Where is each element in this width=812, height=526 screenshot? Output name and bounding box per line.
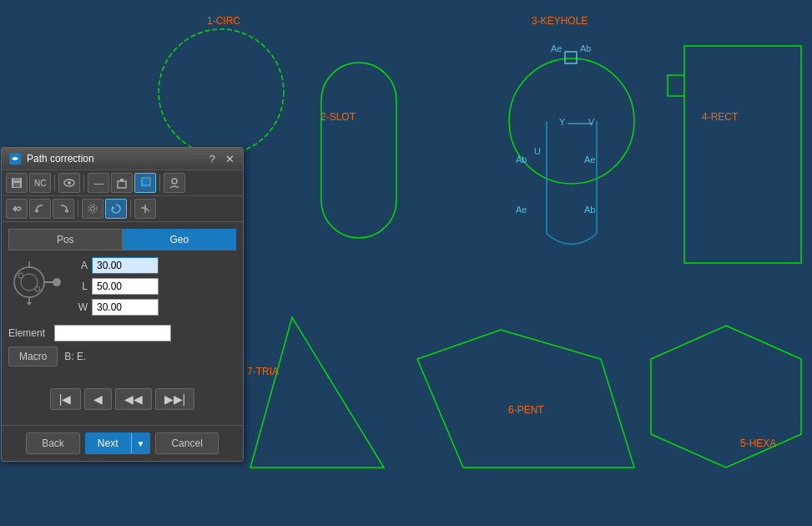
label-slot: 2-SLOT: [320, 111, 356, 123]
svg-rect-6: [118, 181, 126, 188]
dialog-close-button[interactable]: ✕: [224, 153, 236, 165]
svg-point-22: [35, 286, 40, 291]
keyhole-marker: [565, 52, 577, 63]
next-dropdown[interactable]: ▼: [131, 432, 151, 454]
shape-keyhole-inner: [547, 121, 597, 245]
field-row-w: W: [71, 299, 236, 316]
field-input-l[interactable]: [92, 278, 159, 295]
shape-rect: [684, 46, 801, 263]
keyhole-label-ae2: Ae: [516, 205, 527, 215]
dialog-content: Pos Geo A: [2, 222, 243, 425]
tab-pos[interactable]: Pos: [8, 229, 123, 250]
robot-icon: [8, 257, 67, 307]
tb-refresh[interactable]: [105, 199, 127, 219]
nav-prev[interactable]: ◀: [84, 388, 112, 410]
tb-undo-arrow[interactable]: [6, 199, 28, 219]
path-correction-dialog: Path correction ? ✕ NC —: [1, 147, 244, 462]
element-input[interactable]: [54, 325, 171, 341]
svg-point-21: [53, 278, 61, 286]
keyhole-label-ab3: Ab: [580, 43, 591, 53]
svg-point-11: [91, 207, 95, 211]
cancel-button[interactable]: Cancel: [155, 432, 218, 454]
label-hexa: 5-HEXA: [740, 437, 776, 449]
keyhole-label-ae1: Ae: [584, 154, 595, 164]
field-label-w: W: [71, 301, 88, 313]
tb-cube[interactable]: [134, 173, 156, 193]
field-label-a: A: [71, 260, 88, 271]
toolbar-row-2: [2, 196, 243, 222]
keyhole-label-u: U: [534, 146, 541, 156]
shape-circ: [159, 29, 284, 154]
label-rect: 4-RECT: [702, 111, 738, 123]
next-button-wrapper: Next ▼: [85, 432, 151, 454]
dialog-title: Path correction: [27, 153, 94, 164]
label-pent: 6-PENT: [508, 404, 544, 416]
keyhole-label-ab1: Ab: [516, 154, 527, 164]
be-label: B: E.: [64, 351, 86, 362]
svg-rect-2: [13, 183, 20, 187]
label-circ: 1-CIRC: [207, 15, 240, 27]
tb-box[interactable]: [111, 173, 133, 193]
tb-undo[interactable]: [29, 199, 51, 219]
tb-sep-5: [130, 200, 131, 217]
svg-rect-7: [120, 179, 124, 182]
label-keyhole: 3-KEYHOLE: [532, 15, 588, 27]
tb-sep-2: [83, 174, 84, 191]
tb-fork[interactable]: [134, 199, 156, 219]
tb-gear[interactable]: [82, 199, 103, 219]
shape-slot: [321, 63, 396, 238]
keyhole-label-ae3: Ae: [551, 43, 562, 53]
dialog-titlebar: Path correction ? ✕: [2, 148, 243, 170]
back-button[interactable]: Back: [26, 432, 80, 454]
rect-notch: [668, 75, 684, 96]
tb-sep-4: [78, 200, 78, 217]
svg-marker-13: [112, 206, 115, 210]
macro-row: Macro B: E.: [8, 346, 236, 367]
svg-point-17: [14, 267, 44, 297]
tb-sep-1: [54, 174, 55, 191]
svg-point-12: [88, 205, 97, 213]
shape-triangle: [250, 317, 384, 468]
nav-prev-multi[interactable]: ◀◀: [115, 388, 152, 410]
svg-point-23: [18, 273, 23, 278]
svg-point-5: [68, 181, 71, 185]
tab-geo[interactable]: Geo: [123, 229, 237, 250]
tb-user[interactable]: [164, 173, 185, 193]
spacer: [8, 372, 236, 388]
shape-pentagon: [417, 330, 634, 468]
dialog-help-button[interactable]: ?: [208, 153, 217, 165]
tb-nc[interactable]: NC: [29, 173, 51, 193]
nav-next-multi[interactable]: ▶▶|: [155, 388, 195, 410]
robot-section: A L W: [8, 257, 236, 320]
shape-keyhole-outer: [509, 58, 634, 184]
field-input-a[interactable]: [92, 257, 159, 274]
tb-sep-3: [159, 174, 160, 191]
element-row: Element: [8, 325, 236, 341]
fields-area: A L W: [71, 257, 236, 320]
tb-line[interactable]: —: [88, 173, 109, 193]
nav-first[interactable]: |◀: [50, 388, 81, 410]
svg-point-10: [172, 179, 177, 184]
element-label: Element: [8, 327, 54, 339]
shape-hexagon: [651, 326, 801, 468]
next-button[interactable]: Next: [85, 432, 131, 454]
tb-save[interactable]: [6, 173, 28, 193]
keyhole-label-v: Y: [559, 117, 566, 127]
tab-row: Pos Geo: [8, 229, 236, 250]
toolbar-row-1: NC —: [2, 170, 243, 196]
nav-row: |◀ ◀ ◀◀ ▶▶|: [8, 388, 236, 410]
svg-rect-3: [13, 178, 20, 181]
macro-button[interactable]: Macro: [8, 346, 58, 367]
bottom-row: Back Next ▼ Cancel: [2, 425, 243, 461]
keyhole-label-y: V: [588, 117, 595, 127]
svg-marker-25: [27, 302, 32, 306]
field-input-w[interactable]: [92, 299, 159, 316]
keyhole-label-ab2: Ab: [584, 205, 595, 215]
dialog-icon: [8, 152, 22, 165]
field-row-l: L: [71, 278, 236, 295]
label-tria: 7-TRIA: [247, 366, 279, 377]
field-row-a: A: [71, 257, 236, 274]
field-label-l: L: [71, 281, 88, 292]
tb-eye[interactable]: [58, 173, 80, 193]
tb-redo[interactable]: [53, 199, 74, 219]
